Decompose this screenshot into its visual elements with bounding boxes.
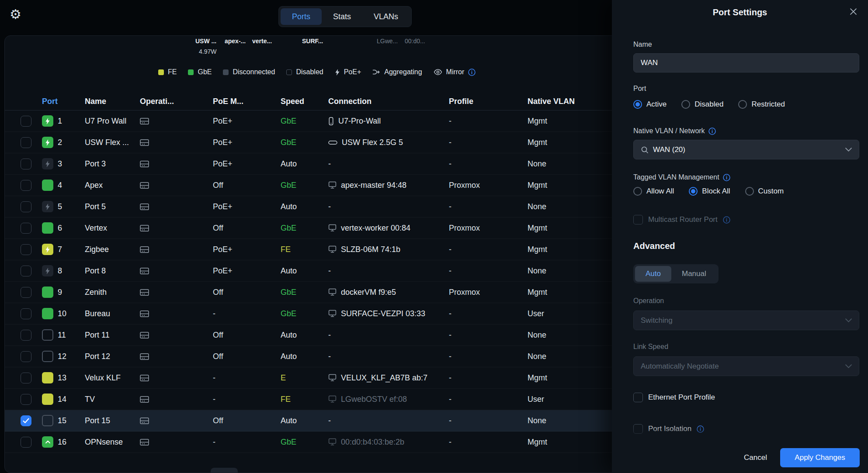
radio-block-all[interactable]: Block All [689,187,730,196]
header-profile[interactable]: Profile [449,97,528,106]
checkbox-cell [21,394,42,405]
header-name[interactable]: Name [85,97,140,106]
port-speed: Auto [281,331,328,340]
table-row[interactable]: 4 Apex Off GbE apex-master 94:48 Proxmox… [5,175,625,196]
info-icon[interactable] [723,216,730,224]
radio-restricted[interactable]: Restricted [738,100,785,109]
header-connection[interactable]: Connection [328,97,449,106]
port-name: Port 5 [85,202,140,211]
multicast-checkbox[interactable] [633,215,643,224]
row-checkbox[interactable] [21,287,31,298]
operation-cell [140,396,213,403]
table-header: Port Name Operati... PoE M... Speed Conn… [5,93,625,110]
row-checkbox[interactable] [21,223,31,234]
header-native-vlan[interactable]: Native VLAN [528,97,625,106]
port-speed: GbE [281,117,328,126]
radio-icon [633,187,642,196]
table-row[interactable]: 12 Port 12 Off Auto - - None [5,346,625,367]
cancel-button[interactable]: Cancel [744,453,767,462]
table-row[interactable]: 7 Zigbee PoE+ FE SLZB-06M 74:1b - Mgmt [5,239,625,260]
device-label: LGwe... [377,38,398,45]
device-label: SURF... [302,38,323,45]
row-checkbox[interactable] [21,415,31,426]
table-row[interactable]: 3 Port 3 PoE+ Auto - - None [5,153,625,175]
table-row[interactable]: 10 Bureau - GbE SURFACE-VEZPI 03:33 - Us… [5,303,625,325]
table-row[interactable]: 13 Velux KLF - E VELUX_KLF_AB7B ab:7 - M… [5,367,625,389]
header-poe-mode[interactable]: PoE M... [213,97,281,106]
port-speed: Auto [281,159,328,169]
port-profile: - [449,266,528,276]
port-status-icon [42,394,53,405]
port-profile: - [449,373,528,383]
operation-select: Switching [633,311,859,330]
panel-footer: Cancel Apply Changes [612,442,868,473]
table-row[interactable]: 14 TV - FE LGwebOSTV ef:08 - User [5,389,625,410]
table-row[interactable]: 8 Port 8 PoE+ Auto - - None [5,260,625,282]
connection-device-icon [328,310,337,318]
row-checkbox[interactable] [21,137,31,148]
row-checkbox[interactable] [21,437,31,448]
native-vlan: None [528,331,625,340]
row-checkbox[interactable] [21,116,31,127]
ethernet-profile-checkbox[interactable] [633,393,643,402]
radio-disabled[interactable]: Disabled [681,100,723,109]
radio-active[interactable]: Active [633,100,667,109]
row-checkbox[interactable] [21,351,31,362]
device-label: apex-... [225,38,246,45]
header-speed[interactable]: Speed [281,97,328,106]
port-status-icon [42,137,53,148]
port-speed: FE [281,245,328,254]
checkbox-cell [21,201,42,212]
radio-allow-all[interactable]: Allow All [633,187,674,196]
port-number: 1 [58,117,85,126]
row-checkbox[interactable] [21,266,31,276]
port-profile: - [449,117,528,126]
table-row[interactable]: 11 Port 11 Off Auto - - None [5,325,625,346]
pagination-control[interactable] [211,468,238,473]
segment-auto[interactable]: Auto [635,266,671,282]
row-checkbox[interactable] [21,373,31,383]
port-isolation-checkbox[interactable] [633,424,643,434]
close-icon[interactable] [850,8,857,15]
row-checkbox[interactable] [21,201,31,212]
row-checkbox[interactable] [21,308,31,319]
table-row[interactable]: 9 Zenith Off GbE dockerVM f9:e5 Proxmox … [5,282,625,303]
header-operation[interactable]: Operati... [140,97,213,106]
table-row[interactable]: 2 USW Flex ... PoE+ GbE USW Flex 2.5G 5 … [5,132,625,153]
segment-manual[interactable]: Manual [671,266,717,282]
disconnected-swatch [223,69,229,75]
row-checkbox[interactable] [21,159,31,169]
row-checkbox[interactable] [21,244,31,255]
table-row[interactable]: 5 Port 5 PoE+ Auto - - None [5,196,625,218]
connection-cell: dockerVM f9:e5 [328,288,449,297]
tab-stats[interactable]: Stats [322,8,362,25]
apply-changes-button[interactable]: Apply Changes [780,448,860,467]
device-icon [140,331,149,339]
tab-ports[interactable]: Ports [281,8,322,25]
info-icon[interactable] [708,128,716,135]
native-vlan-dropdown[interactable]: WAN (20) [633,140,859,159]
port-number: 9 [58,288,85,297]
row-checkbox[interactable] [21,394,31,405]
tab-vlans[interactable]: VLANs [362,8,410,25]
table-row[interactable]: 15 Port 15 Off Auto - - None [5,410,625,432]
settings-gear-icon[interactable]: ⚙ [10,7,21,22]
table-row[interactable]: 16 OPNsense - GbE 00:d0:b4:03:be:2b - Mg… [5,432,625,453]
table-row[interactable]: 6 Vertex Off GbE vertex-worker 00:84 Pro… [5,218,625,239]
multicast-router-port-row: Multicast Router Port [633,215,859,224]
checkbox-cell [21,244,42,255]
legend-mirror: Mirror [434,68,476,76]
info-icon[interactable] [468,69,476,76]
info-icon[interactable] [723,174,730,181]
operation-cell [140,160,213,168]
row-checkbox[interactable] [21,330,31,341]
radio-custom[interactable]: Custom [745,187,784,196]
header-port[interactable]: Port [42,97,85,106]
table-row[interactable]: 1 U7 Pro Wall PoE+ GbE U7-Pro-Wall - Mgm… [5,110,625,132]
info-icon[interactable] [697,425,704,433]
name-input[interactable] [633,53,859,73]
device-icon [140,417,149,425]
port-speed: Auto [281,266,328,276]
tagged-vlan-label: Tagged VLAN Management [633,173,719,182]
row-checkbox[interactable] [21,180,31,191]
